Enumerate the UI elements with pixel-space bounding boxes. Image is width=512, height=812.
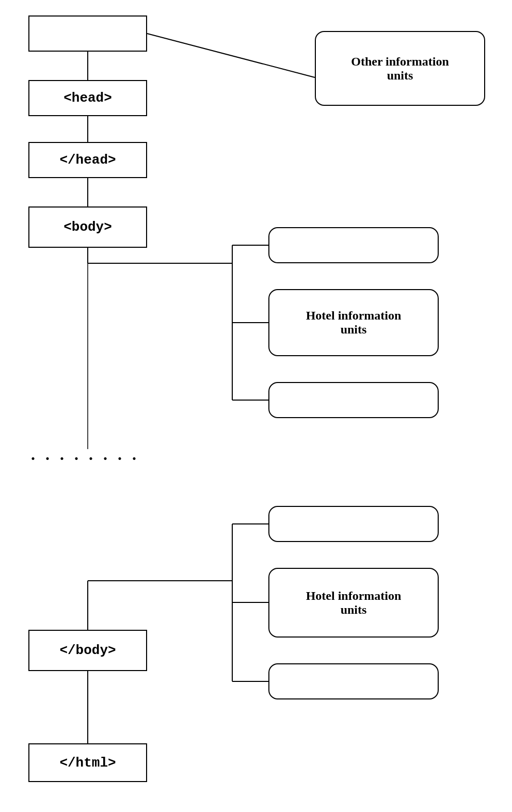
dl-close-1-node [268,382,439,418]
html-open-node [28,15,147,52]
hotel-info-2-node: Hotel informationunits [268,568,439,638]
dl-close-2-node [268,663,439,699]
head-open-node: <head> [28,80,147,116]
html-close-node: </html> [28,743,147,782]
body-open-node: <body> [28,206,147,248]
body-close-node: </body> [28,630,147,671]
dl-class-2-node [268,506,439,542]
hotel-info-1-node: Hotel informationunits [268,289,439,356]
head-close-node: </head> [28,142,147,178]
svg-line-1 [147,34,315,77]
other-info-node: Other informationunits [315,31,485,106]
diagram: <head> </head> <body> </body> </html> Ot… [0,0,512,812]
dl-class-1-node [268,227,439,263]
dots-separator: · · · · · · · · [31,449,139,468]
